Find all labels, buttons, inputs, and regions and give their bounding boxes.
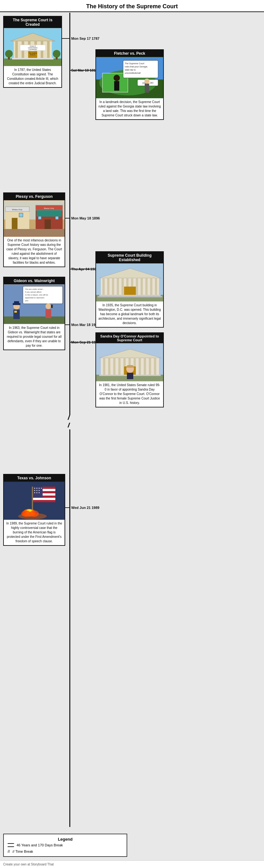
card-scotus: Supreme Court Building Established bbox=[95, 251, 164, 328]
legend-break-label: 46 Years and 170 Days Break bbox=[17, 843, 63, 847]
card-texas: Texas vs. Johnson bbox=[3, 474, 65, 546]
svg-rect-99 bbox=[144, 358, 146, 375]
svg-point-117 bbox=[34, 488, 35, 489]
legend-break-item: 46 Years and 170 Days Break bbox=[8, 843, 123, 847]
card-texas-desc: In 1989, the Supreme Court ruled in the … bbox=[4, 520, 65, 545]
card-plessy: Plessy vs. Ferguson Whites Only Blacks O… bbox=[3, 192, 65, 267]
card-oconnor: Sandra Day O'Connor Appointed to Supreme… bbox=[95, 332, 164, 407]
svg-rect-60 bbox=[121, 278, 124, 295]
svg-rect-50 bbox=[55, 216, 59, 219]
svg-rect-93 bbox=[113, 358, 115, 375]
date-plessy: Mon May 18 1896 bbox=[71, 216, 100, 220]
svg-rect-67 bbox=[155, 278, 157, 295]
card-oconnor-image bbox=[96, 343, 163, 381]
svg-rect-70 bbox=[98, 296, 162, 298]
card-texas-image bbox=[4, 482, 65, 520]
svg-rect-43 bbox=[19, 213, 23, 217]
page-wrapper: The History of the Supreme Court Mon Sep… bbox=[0, 0, 264, 868]
svg-point-119 bbox=[39, 488, 40, 489]
date-gideon: Mon Mar 18 1963 bbox=[71, 323, 99, 327]
svg-text:Blacks Only: Blacks Only bbox=[44, 207, 54, 209]
svg-point-121 bbox=[34, 490, 35, 491]
svg-rect-1 bbox=[4, 59, 61, 66]
texas-svg bbox=[4, 482, 65, 519]
svg-rect-48 bbox=[45, 219, 51, 229]
svg-point-132 bbox=[18, 513, 47, 519]
legend-break-line-2 bbox=[8, 846, 14, 847]
svg-rect-63 bbox=[136, 278, 138, 295]
svg-rect-91 bbox=[103, 358, 105, 375]
svg-point-124 bbox=[34, 492, 35, 493]
legend-time-break-item: // // Time Break bbox=[8, 849, 123, 854]
svg-rect-20 bbox=[8, 57, 10, 60]
svg-text:Constitution: Constitution bbox=[28, 48, 37, 50]
svg-point-84 bbox=[46, 304, 51, 309]
date-texas: Wed Jun 21 1989 bbox=[71, 506, 99, 509]
card-gideon-desc: In 1963, the Supreme Court ruled in Gide… bbox=[4, 324, 65, 349]
card-gideon-image: You are under arrest... if you cannot af… bbox=[4, 284, 65, 324]
svg-rect-72 bbox=[4, 316, 65, 324]
svg-point-33 bbox=[114, 75, 120, 81]
title-text: The History of the Supreme Court bbox=[86, 3, 178, 9]
card-texas-title: Texas vs. Johnson bbox=[4, 474, 65, 482]
svg-rect-114 bbox=[33, 498, 55, 500]
legend-title: Legend bbox=[8, 837, 123, 842]
svg-point-18 bbox=[5, 50, 13, 58]
svg-rect-94 bbox=[118, 358, 121, 375]
svg-rect-100 bbox=[149, 358, 151, 375]
svg-rect-56 bbox=[102, 278, 105, 295]
svg-rect-51 bbox=[4, 229, 65, 236]
fletcher-svg: The Supreme Court rules that your Georgi… bbox=[96, 57, 163, 98]
svg-rect-101 bbox=[154, 358, 156, 375]
card-scotus-desc: In 1935, the Supreme Court building in W… bbox=[96, 302, 163, 327]
card-scotus-image bbox=[96, 264, 163, 302]
legend-break-line-1 bbox=[8, 843, 14, 844]
svg-text:appointed to represent: appointed to represent bbox=[25, 297, 44, 299]
svg-rect-66 bbox=[150, 278, 152, 295]
svg-rect-98 bbox=[139, 358, 141, 375]
svg-text:unconstitutional!: unconstitutional! bbox=[125, 72, 141, 74]
card-gideon: Gideon vs. Wainwright You are under arre… bbox=[3, 277, 65, 350]
card-fletcher-desc: In a landmark decision, the Supreme Cour… bbox=[96, 98, 163, 119]
legend-break-gap bbox=[8, 844, 14, 846]
svg-rect-59 bbox=[117, 278, 119, 295]
svg-rect-36 bbox=[145, 84, 149, 93]
svg-point-19 bbox=[53, 50, 60, 58]
svg-point-35 bbox=[144, 79, 149, 84]
svg-rect-9 bbox=[47, 41, 50, 59]
svg-rect-34 bbox=[114, 81, 119, 91]
svg-rect-86 bbox=[51, 305, 53, 308]
svg-rect-85 bbox=[46, 309, 51, 318]
svg-rect-57 bbox=[107, 278, 110, 295]
svg-rect-4 bbox=[15, 41, 18, 59]
svg-rect-83 bbox=[14, 311, 17, 313]
card-fletcher: Fletcher vs. Peck The Supreme Court rule… bbox=[95, 49, 164, 120]
gideon-svg: You are under arrest... if you cannot af… bbox=[4, 285, 65, 324]
svg-rect-58 bbox=[112, 278, 114, 295]
legend-time-break-icon: // bbox=[8, 849, 10, 854]
card-plessy-title: Plessy vs. Ferguson bbox=[4, 193, 65, 200]
footer-text: Create your own at Storyboard That bbox=[3, 863, 54, 866]
svg-text:Branch: Branch bbox=[30, 54, 35, 56]
timeline-break-symbol bbox=[65, 415, 72, 428]
svg-point-126 bbox=[39, 492, 40, 493]
svg-rect-105 bbox=[127, 373, 133, 379]
legend-time-break-label: // Time Break bbox=[12, 849, 33, 854]
svg-text:if you cannot afford: if you cannot afford bbox=[25, 291, 41, 293]
card-oconnor-desc: In 1981, the United States Senate ruled … bbox=[96, 381, 163, 407]
svg-rect-68 bbox=[124, 286, 136, 295]
svg-rect-64 bbox=[141, 278, 143, 295]
scotus-svg bbox=[96, 264, 163, 301]
card-scotus-title: Supreme Court Building Established bbox=[96, 252, 163, 264]
svg-rect-65 bbox=[145, 278, 148, 295]
svg-text:The Supreme Court: The Supreme Court bbox=[125, 62, 144, 65]
plessy-svg: Whites Only Blacks Only bbox=[4, 200, 65, 236]
svg-rect-49 bbox=[38, 216, 41, 219]
svg-text:state law is: state law is bbox=[125, 69, 136, 71]
card-constitution-desc: In 1787, the United States Constitution … bbox=[4, 66, 61, 87]
svg-rect-11 bbox=[12, 58, 53, 60]
svg-point-123 bbox=[39, 490, 40, 491]
legend-box: Legend 46 Years and 170 Days Break // //… bbox=[3, 834, 127, 857]
svg-point-122 bbox=[36, 490, 37, 491]
card-gideon-title: Gideon vs. Wainwright bbox=[4, 277, 65, 284]
